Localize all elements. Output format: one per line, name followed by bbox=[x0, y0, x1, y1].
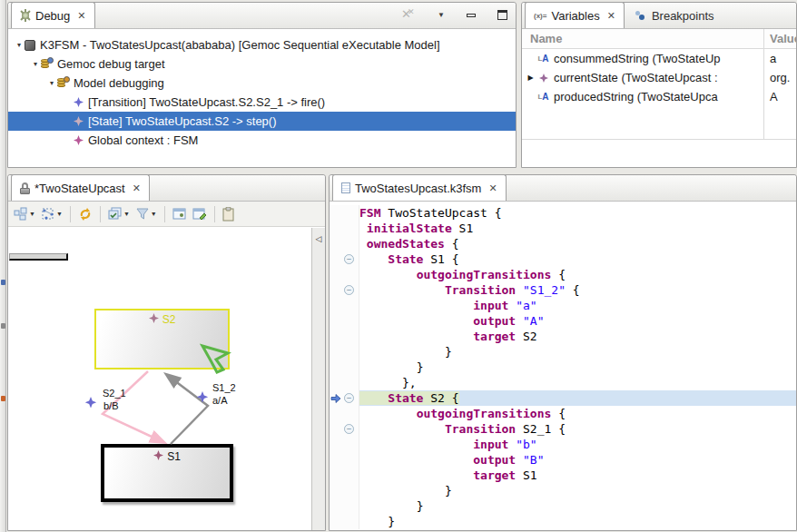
tree-expander-icon[interactable]: ▾ bbox=[14, 41, 25, 49]
transition-name-label[interactable]: S2_1 bbox=[103, 388, 126, 399]
variable-row[interactable]: ▶currentState (TwoStateUpcast :org. bbox=[522, 68, 796, 87]
code-line[interactable]: target S1 bbox=[330, 468, 796, 483]
toolbar-button-layout[interactable]: ▼ bbox=[13, 206, 36, 222]
code-margin: − bbox=[330, 282, 359, 298]
string-variable-icon: LA bbox=[536, 92, 550, 102]
variable-row[interactable]: LAproducedString (TwoStateUpcaA bbox=[522, 87, 796, 106]
close-icon[interactable]: ✕ bbox=[133, 182, 141, 194]
toolbar-button-clipboard[interactable] bbox=[221, 206, 236, 222]
dropdown-arrow-icon[interactable]: ▼ bbox=[29, 211, 35, 217]
view-menu-icon[interactable]: ▼ bbox=[438, 11, 445, 19]
trim-view-icon[interactable] bbox=[1, 396, 5, 401]
toolbar-button-minimize[interactable] bbox=[466, 11, 477, 18]
diagram-tab-bar: *TwoStateUpcast ✕ bbox=[8, 175, 325, 202]
code-line[interactable]: input "b" bbox=[330, 437, 796, 452]
code-line[interactable]: output "B" bbox=[330, 452, 796, 468]
toolbar-button-view-menu[interactable]: ▼ bbox=[437, 10, 446, 20]
column-divider[interactable] bbox=[763, 29, 764, 139]
code-margin bbox=[330, 344, 359, 360]
dropdown-arrow-icon[interactable]: ▼ bbox=[123, 211, 130, 217]
dropdown-arrow-icon[interactable]: ▼ bbox=[56, 211, 63, 217]
code-line[interactable]: } bbox=[330, 514, 796, 529]
variable-expander-icon[interactable]: ▶ bbox=[525, 74, 536, 82]
clipboard-icon bbox=[222, 207, 235, 222]
remove-terminated-icon[interactable]: ✕✕ bbox=[401, 8, 416, 21]
column-name[interactable]: Name bbox=[522, 32, 562, 45]
code-editor: TwoStatesUpcast.k3fsm ✕ FSM TwoStateUpca… bbox=[329, 174, 797, 531]
debug-tree-item[interactable]: ▾Gemoc debug target bbox=[8, 54, 516, 74]
diagram-canvas[interactable]: S2 S1 S2_1 b/B S1_2 a/A bbox=[9, 253, 312, 530]
variable-row[interactable]: LAconsummedString (TwoStateUpa bbox=[522, 49, 796, 68]
close-icon[interactable]: ✕ bbox=[77, 10, 85, 22]
code-text-area[interactable]: FSM TwoStateUpcast { initialState S1 own… bbox=[330, 202, 796, 530]
minimize-icon[interactable] bbox=[467, 14, 476, 17]
toolbar-button-preview[interactable] bbox=[172, 206, 188, 222]
code-line[interactable]: outgoingTransitions { bbox=[330, 267, 796, 282]
debug-tree-item[interactable]: [Transition] TwoStateUpcast.S2.S2_1 -> f… bbox=[8, 93, 516, 112]
code-line[interactable]: output "A" bbox=[330, 313, 796, 329]
code-margin bbox=[330, 452, 359, 468]
fold-marker-icon[interactable]: − bbox=[344, 285, 354, 295]
toolbar-separator bbox=[164, 206, 165, 222]
code-margin bbox=[330, 205, 359, 221]
toolbar-button-maximize[interactable] bbox=[497, 9, 508, 21]
toolbar-button-refresh[interactable] bbox=[77, 206, 93, 222]
code-line[interactable]: } bbox=[330, 360, 796, 375]
trim-view-icon[interactable] bbox=[1, 280, 5, 285]
tab-k3fsm-file[interactable]: TwoStatesUpcast.k3fsm ✕ bbox=[332, 174, 507, 201]
tab-variables[interactable]: (x)= Variables ✕ bbox=[525, 2, 625, 28]
code-line[interactable]: } bbox=[330, 344, 796, 360]
fold-marker-icon[interactable]: − bbox=[344, 424, 354, 434]
transition-name-label[interactable]: S1_2 bbox=[212, 382, 236, 393]
code-line[interactable]: } bbox=[330, 483, 796, 498]
toolbar-button-remove-terminated[interactable]: ✕✕ bbox=[400, 7, 417, 22]
variable-name: consummedString (TwoStateUp bbox=[554, 52, 774, 65]
variables-table-header[interactable]: Name Value bbox=[522, 29, 796, 49]
code-line[interactable]: input "a" bbox=[330, 298, 796, 313]
tree-expander-icon[interactable]: ▾ bbox=[30, 60, 41, 68]
variables-view: (x)= Variables ✕ Breakpoints Name Value … bbox=[521, 2, 797, 168]
debug-tree-item[interactable]: [State] TwoStateUpcast.S2 -> step() bbox=[8, 112, 516, 131]
model-debugging-icon bbox=[57, 77, 69, 89]
code-line[interactable]: FSM TwoStateUpcast { bbox=[330, 205, 796, 221]
code-line[interactable]: } bbox=[330, 498, 796, 514]
column-value[interactable]: Value bbox=[770, 32, 796, 45]
tab-diagram[interactable]: *TwoStateUpcast ✕ bbox=[11, 174, 150, 201]
code-line[interactable]: ownedStates { bbox=[330, 236, 796, 251]
code-line[interactable]: initialState S1 bbox=[330, 221, 796, 236]
toolbar-button-filters[interactable]: ▼ bbox=[134, 206, 158, 222]
tab-debug[interactable]: Debug ✕ bbox=[11, 2, 95, 28]
transition-guard-label[interactable]: a/A bbox=[212, 395, 228, 406]
tab-breakpoints[interactable]: Breakpoints bbox=[627, 4, 723, 28]
close-icon[interactable]: ✕ bbox=[607, 10, 615, 22]
close-icon[interactable]: ✕ bbox=[488, 182, 497, 194]
animation-cursor-icon bbox=[202, 346, 228, 372]
debug-tree-item[interactable]: ▾K3FSM - TwoStatesUpcast(abababa) [Gemoc… bbox=[8, 35, 516, 54]
collapse-palette-button[interactable]: ◁ bbox=[313, 232, 325, 246]
maximize-icon[interactable] bbox=[497, 10, 507, 20]
code-line[interactable]: − State S1 { bbox=[330, 251, 796, 267]
string-variable-icon: LA bbox=[536, 54, 550, 64]
toolbar-button-layers[interactable]: ▼ bbox=[107, 206, 131, 222]
debug-view-toolbar: ✕✕▼ bbox=[400, 7, 508, 22]
toolbar-button-edit-diagram[interactable] bbox=[192, 206, 208, 222]
left-trim-strip[interactable] bbox=[0, 0, 6, 532]
fold-marker-icon[interactable]: − bbox=[344, 254, 354, 264]
transition-guard-label[interactable]: b/B bbox=[103, 400, 119, 411]
code-line[interactable]: outgoingTransitions { bbox=[330, 406, 796, 421]
debug-tree-item[interactable]: Global context : FSM bbox=[8, 131, 516, 150]
debug-tree-item[interactable]: ▾Model debugging bbox=[8, 74, 516, 93]
toolbar-button-arrange[interactable]: ▼ bbox=[40, 206, 64, 222]
fold-marker-icon[interactable]: − bbox=[344, 393, 354, 403]
transition-edge-s1-2[interactable] bbox=[167, 375, 208, 444]
layout-icon bbox=[14, 207, 28, 222]
trim-view-icon[interactable] bbox=[1, 323, 5, 329]
code-line[interactable]: − Transition S2_1 { bbox=[330, 421, 796, 437]
code-line[interactable]: target S2 bbox=[330, 329, 796, 344]
tree-expander-icon[interactable]: ▾ bbox=[46, 79, 57, 87]
tab-diagram-label: *TwoStateUpcast bbox=[34, 182, 125, 195]
code-line[interactable]: − State S2 { bbox=[330, 390, 796, 406]
code-line[interactable]: − Transition "S1_2" { bbox=[330, 282, 796, 298]
dropdown-arrow-icon[interactable]: ▼ bbox=[151, 211, 157, 217]
code-line[interactable]: }, bbox=[330, 375, 796, 390]
